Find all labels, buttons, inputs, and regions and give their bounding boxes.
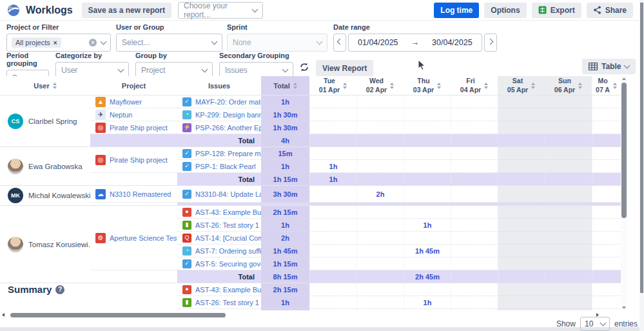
page-scroll-thumb[interactable] [640,3,643,293]
page-size-select[interactable]: 10 [580,317,610,331]
chip-remove-icon[interactable]: × [54,39,57,46]
project-link[interactable]: Neptun [110,111,132,119]
sort-icon[interactable] [437,83,441,89]
column-header-issues[interactable]: Issues [177,76,261,95]
total-cell[interactable]: 1h 45m [261,245,309,257]
subtotal-day-value[interactable]: 1h [309,173,356,186]
day-value-cell[interactable]: 1h [404,219,451,232]
sort-icon[interactable] [343,83,347,89]
date-prev-button[interactable] [333,34,346,52]
worklog-table: UserProjectIssuesTotalTue01 AprWed02 Apr… [0,76,621,310]
project-link[interactable]: N3310 Remastered [110,190,171,198]
column-header-project[interactable]: Project [90,76,177,95]
total-cell[interactable]: 1h 30m [261,108,309,121]
column-header-day[interactable]: Sat05 Apr [498,76,545,95]
issue-link[interactable]: PSP-266: Another Epic [195,124,261,132]
date-next-button[interactable] [484,34,497,52]
column-header-day[interactable]: Wed02 Apr [356,76,404,95]
sort-icon[interactable] [53,83,57,89]
issue-link[interactable]: AST-5: Securing govern... [195,260,261,268]
issue-link[interactable]: PSP-128: Prepare men... [195,150,261,157]
project-link[interactable]: Pirate Ship project [110,124,168,132]
refresh-icon[interactable] [298,61,310,75]
summary-total-cell[interactable]: 1h [261,296,309,309]
issue-link[interactable]: AST-14: [Crucial Comp... [195,234,261,242]
column-header-total[interactable]: Total [261,76,309,95]
help-icon[interactable]: ? [55,285,64,294]
sort-icon[interactable] [293,83,297,89]
total-cell[interactable]: 3h 30m [261,186,309,203]
sort-icon[interactable] [390,83,394,89]
table-view-select[interactable]: Table [582,59,636,74]
day-value-cell[interactable]: 1h [309,160,356,173]
date-range-label: Date range [333,23,497,31]
sprint-select[interactable]: None [227,34,327,52]
sort-icon[interactable] [578,83,582,89]
options-button[interactable]: Options [484,3,526,18]
day-cell [451,206,498,219]
summary-total-cell[interactable]: 2h 15m [261,283,309,296]
project-filter-select[interactable]: All projects × × [6,34,111,52]
scroll-up-icon[interactable] [622,77,626,80]
issue-link[interactable]: MAYF-20: Order materi... [195,98,261,106]
column-header-user[interactable]: User [0,76,90,95]
summary-total-cell[interactable]: 2h [261,309,309,310]
save-as-new-report-button[interactable]: Save as a new report [82,3,171,18]
date-to-value[interactable]: 30/04/2025 [432,38,473,47]
total-cell[interactable]: 1h [261,95,309,108]
column-header-day[interactable]: Mo07 A [592,76,621,95]
export-button[interactable]: Export [532,3,581,18]
log-time-button[interactable]: Log time [434,3,479,18]
issue-link[interactable]: AST-43: Example Bug 3 [195,208,261,216]
scroll-left-icon[interactable] [2,313,5,317]
subtotal-total-cell[interactable]: 1h 15m [261,173,309,186]
issue-link[interactable]: N3310-84: Update Lan... [195,190,261,198]
subtotal-day-value[interactable]: 2h 45m [404,270,451,283]
user-group-select[interactable]: Select... [116,34,222,52]
issue-link[interactable]: AST-26: Test story 1 [195,299,259,306]
day-header-text: Wed02 Apr [366,77,387,94]
project-link[interactable]: Pirate Ship project [110,156,168,164]
issue-link[interactable]: AST-7: Ordering suffici... [195,247,261,255]
table-vertical-scrollbar[interactable] [621,76,627,310]
day-value-cell[interactable]: 2h [356,186,404,203]
view-report-button[interactable]: View Report [316,60,373,77]
total-cell[interactable]: 1h [261,160,309,173]
total-cell[interactable]: 1h 30m [261,121,309,134]
column-header-day[interactable]: Thu03 Apr [404,76,451,95]
day-cell [404,121,451,134]
share-button[interactable]: Share [587,3,633,18]
total-cell[interactable]: 2h 15m [261,206,309,219]
date-range-input[interactable]: 01/04/2025 → 30/04/2025 [348,34,482,52]
horizontal-scroll-thumb[interactable] [10,313,226,317]
issue-link[interactable]: AST-43: Example Bug 3 [195,286,261,294]
sort-icon[interactable] [484,83,488,89]
total-cell[interactable]: 15m [261,147,309,160]
day-value-cell[interactable]: 1h 45m [404,245,451,257]
subtotal-total-cell[interactable]: 8h 15m [261,270,309,283]
total-cell[interactable]: 1h [261,219,309,232]
sort-icon[interactable] [613,83,617,89]
day-cell [309,147,356,160]
scroll-down-icon[interactable] [622,306,626,309]
column-header-day[interactable]: Tue01 Apr [309,76,356,95]
page-scrollbar[interactable] [639,0,644,331]
date-from-value[interactable]: 01/04/2025 [358,38,398,47]
total-cell[interactable]: 1h 15m [261,257,309,270]
project-link[interactable]: Aperture Science Testing [110,234,177,242]
report-select[interactable]: Choose your report... [178,2,263,19]
project-link[interactable]: Mayflower [110,98,142,106]
all-projects-chip[interactable]: All projects × [12,37,61,48]
column-header-day[interactable]: Sun06 Apr [545,76,592,95]
clear-filter-icon[interactable]: × [89,39,97,46]
issue-link[interactable]: AST-26: Test story 1 [195,221,259,229]
total-cell[interactable]: 2h [261,232,309,245]
column-header-day[interactable]: Fri04 Apr [451,76,498,95]
sort-icon[interactable] [531,83,535,89]
subtotal-total-cell[interactable]: 4h [261,134,309,147]
issue-link[interactable]: KP-299: Design banners [195,111,261,119]
issue-link[interactable]: PSP-1: Black Pearl [195,163,256,170]
table-horizontal-scrollbar[interactable] [0,312,621,318]
vertical-scroll-thumb[interactable] [621,83,627,218]
summary-day-value[interactable]: 1h [404,296,451,309]
